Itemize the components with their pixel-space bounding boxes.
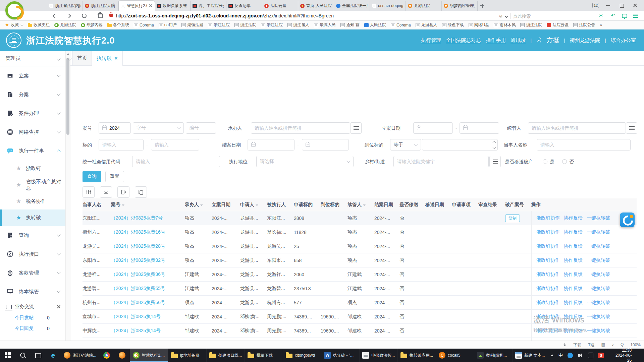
exec-position-select[interactable]: 请选择 — [256, 156, 354, 167]
taskbar-app-cocall5[interactable]: cocall5 — [436, 349, 474, 362]
sidebar-subitem-执转破[interactable]: ★执转破 — [0, 209, 65, 226]
header-link[interactable]: 通讯录 — [511, 37, 526, 44]
bookmark-item[interactable]: 绿色下载 — [440, 21, 466, 28]
sidebar-subitem-浙政钉[interactable]: ★浙政钉 — [0, 160, 65, 177]
edge-browser-button[interactable]: e — [46, 349, 61, 362]
browser-tab[interactable]: 龙游法院 — [406, 1, 442, 11]
taskbar-app-浙江省法院...[interactable]: 浙江省法院... — [61, 349, 99, 362]
forward-button[interactable] — [66, 12, 73, 19]
browser-tab[interactable]: oss-cn-deqing — [370, 1, 406, 11]
scroll-up-icon[interactable] — [67, 53, 69, 55]
action-link-浙政钉协作[interactable]: 浙政钉协作 — [536, 272, 560, 278]
bookmark-item[interactable]: » — [598, 22, 604, 28]
action-link-协作反馈[interactable]: 协作反馈 — [564, 272, 583, 278]
sidebar-item-分案[interactable]: 分案 — [0, 85, 65, 104]
zoom-level[interactable]: 100% — [630, 343, 641, 347]
bookmark-item[interactable]: 浙江法院 — [519, 21, 544, 28]
close-date-start-input[interactable] — [248, 139, 294, 150]
bookmark-item[interactable]: 最高人民 — [312, 21, 337, 28]
bookmark-item[interactable]: Corema — [132, 22, 156, 28]
action-link-一键执转破[interactable]: 一键执转破 — [587, 243, 610, 249]
action-link-协作反馈[interactable]: 协作反馈 — [564, 243, 583, 249]
export-button[interactable] — [117, 186, 129, 198]
bookmark-item[interactable]: 织梦内容 — [79, 21, 104, 28]
browser-tab[interactable]: 数据决策系统 — [155, 1, 191, 11]
browser-tab[interactable]: 浙江省法院内网 — [47, 1, 83, 11]
download-icon[interactable] — [563, 343, 567, 347]
case-zihao-select[interactable]: 字号 — [133, 122, 184, 134]
taskbar-app-创建项目线...[interactable]: 创建项目线... — [206, 349, 245, 362]
case-number-cell[interactable]: （2024）浙0825执费32号 — [111, 257, 185, 263]
browser-tab[interactable]: 全国法院统一用 — [334, 1, 370, 11]
case-year-input[interactable]: 2024 — [99, 122, 131, 134]
case-number-cell[interactable]: （2024）浙0825执费55号 — [111, 286, 185, 292]
table-row[interactable]: 龙游祥...（2024）浙0825执费36号江建武2024-...龙游县...龙… — [83, 267, 637, 282]
manager-input[interactable] — [528, 122, 626, 134]
search-engine-caret-icon[interactable] — [505, 14, 508, 18]
copy-case-button[interactable]: 复制 — [505, 215, 520, 222]
forum-stat-row[interactable]: 今日回复0 — [0, 323, 65, 334]
target-max-input[interactable] — [151, 139, 199, 150]
new-tab-button[interactable] — [478, 1, 487, 10]
browser-tab[interactable]: 智慧执行2.0 — [119, 1, 155, 11]
table-row[interactable]: 衢州六...（2024）浙0825执费16号项杰2024-...龙游县...翁长… — [83, 225, 637, 239]
action-link-浙政钉协作[interactable]: 浙政钉协作 — [536, 257, 560, 263]
arrival-amount-input[interactable] — [422, 139, 498, 150]
status-icon[interactable]: Q — [621, 342, 624, 348]
download-button[interactable] — [100, 186, 112, 198]
table-row[interactable]: 东阳市...（2024）浙0825执费32号项杰2024-...龙游县...东阳… — [83, 253, 637, 267]
content-scrollbar[interactable] — [66, 51, 70, 341]
undertaker-input[interactable] — [251, 122, 350, 134]
address-bar[interactable]: http://zxxt-oss-1.oss-cn-deqing-zjzfy01-… — [116, 13, 334, 18]
action-link-一键执转破[interactable]: 一键执转破 — [587, 286, 610, 292]
action-link-一键执转破[interactable]: 一键执转破 — [587, 257, 610, 263]
column-header-续管人[interactable]: 续管人 — [347, 202, 374, 208]
sidebar-item-案件办理[interactable]: 案件办理 — [0, 104, 65, 123]
screenshot-scissors-icon[interactable]: ✂ — [598, 12, 604, 19]
sort-caret-icon[interactable] — [363, 204, 366, 206]
bookmark-item[interactable]: 浙江法院 — [259, 21, 284, 28]
action-link-一键执转破[interactable]: 一键执转破 — [587, 215, 610, 221]
case-number-link[interactable]: （2024）浙0825执14号 — [111, 328, 161, 333]
spinner-down-icon[interactable] — [491, 145, 497, 150]
spinner-up-icon[interactable] — [491, 139, 497, 145]
status-icon[interactable]: 下载 — [573, 342, 581, 348]
transfer-no-radio[interactable]: 否 — [562, 156, 574, 167]
case-number-cell[interactable]: （2024）浙0825执费16号 — [111, 229, 185, 235]
sidebar-forum-header[interactable]: 业务交流 — [0, 301, 65, 312]
close-date-end-input[interactable] — [302, 139, 349, 150]
close-icon[interactable] — [57, 305, 61, 309]
party-name-input[interactable] — [537, 139, 631, 150]
tab-count-badge[interactable]: 12 — [592, 3, 599, 8]
ime-indicator[interactable]: 中 — [558, 352, 563, 358]
filing-date-start-input[interactable] — [413, 122, 453, 134]
credit-code-input[interactable] — [132, 156, 220, 167]
case-number-link[interactable]: （2024）浙0825执费36号 — [111, 272, 165, 277]
number-spinner[interactable] — [491, 139, 497, 150]
case-number-link[interactable]: （2024）浙0825执费32号 — [111, 257, 165, 263]
court-name[interactable]: 衢州龙游法院 — [570, 37, 600, 44]
sidebar-item-执行接口[interactable]: 执行接口 — [0, 245, 65, 263]
taskbar-app-ip地址备份[interactable]: ip地址备份 — [168, 349, 206, 362]
bookmark-item[interactable]: 法院公告 — [572, 21, 597, 28]
query-button[interactable]: 查询 — [83, 171, 101, 182]
keyboard-icon[interactable] — [588, 353, 594, 358]
case-number-link[interactable]: （2024）浙0825执费28号 — [111, 243, 165, 249]
workspace-tab-home[interactable]: 首页 — [72, 51, 92, 66]
taskbar-app[interactable] — [99, 349, 114, 362]
role-selector[interactable]: 管理员 — [0, 51, 65, 66]
village-input[interactable] — [393, 156, 489, 167]
case-number-link[interactable]: （2024）浙0825执费56号 — [111, 300, 165, 305]
browser-tab[interactable]: 法院云盘 — [262, 1, 298, 11]
column-settings-button[interactable] — [83, 186, 95, 198]
bookmark-item[interactable]: 湖镇法庭 — [180, 21, 205, 28]
hidden-icons-chevron[interactable] — [550, 354, 554, 356]
table-row[interactable]: 龙游碧...（2024）浙0825执费55号江建武2024-...龙游县...龙… — [83, 282, 637, 296]
bookmark-item[interactable]: oa用户 — [157, 21, 178, 28]
sidebar-item-执行一件事[interactable]: 执行一件事 — [0, 141, 65, 160]
action-link-协作反馈[interactable]: 协作反馈 — [564, 286, 583, 292]
target-min-input[interactable] — [99, 139, 144, 150]
user-name[interactable]: 方挺 — [546, 36, 559, 45]
action-link-浙政钉协作[interactable]: 浙政钉协作 — [536, 243, 560, 249]
case-number-cell[interactable]: （2024）浙0825执费56号 — [111, 300, 185, 306]
